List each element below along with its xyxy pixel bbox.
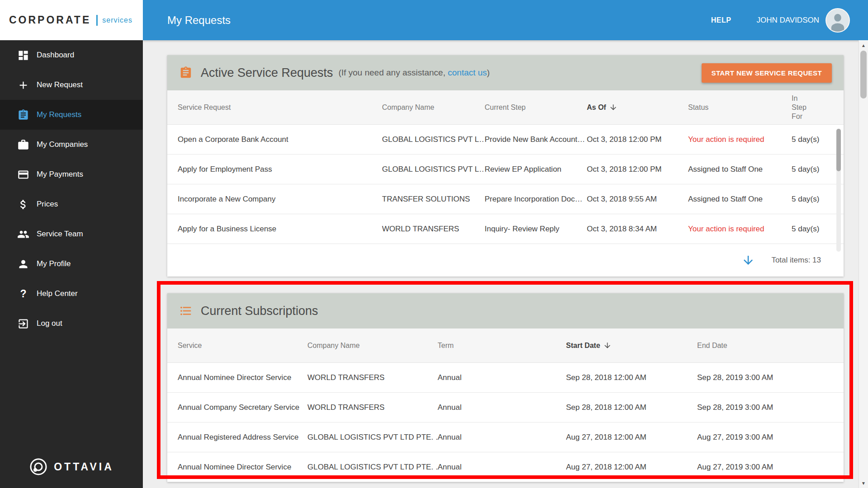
sidebar-item-label: My Requests: [37, 110, 81, 119]
sidebar-item-dashboard[interactable]: Dashboard: [0, 40, 143, 70]
sidebar-item-label: Dashboard: [37, 51, 74, 60]
request-row[interactable]: Open a Corporate Bank Account GLOBAL LOG…: [167, 125, 844, 155]
scrollbar-thumb[interactable]: [860, 51, 867, 99]
ottavia-logo-icon: [29, 457, 48, 476]
request-row[interactable]: Apply for Employment Pass GLOBAL LOGISTI…: [167, 155, 844, 184]
column-current-step[interactable]: Current Step: [485, 103, 587, 112]
question-mark-icon: ?: [17, 288, 29, 300]
cell-end-date: Sep 28, 2019 3:00 AM: [697, 373, 844, 382]
sidebar-item-my-profile[interactable]: My Profile: [0, 249, 143, 279]
column-status[interactable]: Status: [688, 103, 792, 112]
sidebar-item-label: My Profile: [37, 259, 71, 268]
cell-status: Assigned to Staff One: [688, 195, 792, 204]
person-icon: [17, 258, 29, 270]
column-end-date[interactable]: End Date: [697, 342, 844, 350]
cell-end-date: Sep 28, 2019 3:00 AM: [697, 403, 844, 412]
cell-in-step-for: 5 day(s): [792, 195, 844, 204]
cell-service: Annual Registered Address Service: [178, 433, 307, 442]
cell-term: Annual: [438, 433, 566, 442]
table-scrollbar: [836, 129, 841, 252]
column-start-date-label: Start Date: [566, 342, 600, 350]
start-new-service-request-button[interactable]: START NEW SERVICE REQUEST: [702, 63, 832, 83]
top-bar: My Requests HELP JOHN DAVIDSON: [143, 0, 868, 40]
card-title: Current Subscriptions: [201, 304, 318, 318]
column-term[interactable]: Term: [438, 342, 566, 350]
page-title: My Requests: [167, 14, 711, 27]
dollar-icon: [17, 198, 29, 211]
subscriptions-header: Current Subscriptions: [167, 293, 844, 328]
subscription-row[interactable]: Annual Registered Address Service GLOBAL…: [167, 422, 844, 452]
clipboard-icon: [179, 66, 193, 80]
people-icon: [17, 228, 29, 240]
cell-current-step: Review EP Application: [485, 165, 587, 174]
requests-table-header: Service Request Company Name Current Ste…: [167, 90, 844, 125]
cell-company-name: WORLD TRANSFERS: [382, 225, 485, 234]
sort-descending-icon[interactable]: [609, 103, 618, 112]
column-company-name[interactable]: Company Name: [382, 103, 485, 112]
cell-in-step-for: 5 day(s): [792, 225, 844, 234]
cell-company-name: GLOBAL LOGISTICS PVT LTD PTE. …: [307, 433, 438, 442]
cell-company-name: TRANSFER SOLUTIONS: [382, 195, 485, 204]
sidebar-item-prices[interactable]: Prices: [0, 189, 143, 219]
sidebar-item-new-request[interactable]: New Request: [0, 70, 143, 100]
cell-service-request: Apply for Employment Pass: [178, 165, 382, 174]
subscription-row[interactable]: Annual Company Secretary Service WORLD T…: [167, 393, 844, 422]
sidebar-item-label: Prices: [37, 200, 58, 209]
active-requests-header: Active Service Requests (If you need any…: [167, 55, 844, 90]
sidebar-item-help-center[interactable]: ? Help Center: [0, 279, 143, 309]
scrollbar-down-arrow[interactable]: ▼: [859, 478, 868, 488]
cell-term: Annual: [438, 403, 566, 412]
sidebar-item-my-requests[interactable]: My Requests: [0, 100, 143, 130]
cell-as-of: Oct 3, 2018 12:00 PM: [587, 165, 688, 174]
cell-service-request: Open a Corporate Bank Account: [178, 135, 382, 144]
assistance-note-suffix: ): [487, 68, 490, 77]
assistance-note-prefix: (If you need any assistance,: [339, 68, 448, 77]
sort-descending-icon[interactable]: [603, 341, 612, 350]
help-link[interactable]: HELP: [711, 16, 731, 24]
scroll-down-arrow-icon[interactable]: [741, 253, 755, 267]
column-service-request[interactable]: Service Request: [178, 103, 382, 112]
vertical-scrollbar[interactable]: ▲ ▼: [859, 40, 868, 488]
sidebar-item-log-out[interactable]: Log out: [0, 309, 143, 338]
app-window: CORPORATE services Dashboard New Request…: [0, 0, 868, 488]
user-avatar[interactable]: [826, 8, 850, 33]
sidebar-item-service-team[interactable]: Service Team: [0, 219, 143, 249]
requests-table-footer: Total items: 13: [167, 244, 844, 277]
subscription-row[interactable]: Annual Nominee Director Service WORLD TR…: [167, 363, 844, 393]
sidebar-item-label: Log out: [37, 319, 62, 328]
cell-current-step: Prepare Incorporation Doc…: [485, 195, 587, 204]
column-start-date[interactable]: Start Date: [566, 341, 697, 350]
cell-as-of: Oct 3, 2018 9:55 AM: [587, 195, 688, 204]
request-row[interactable]: Incorporate a New Company TRANSFER SOLUT…: [167, 184, 844, 214]
sidebar-item-my-payments[interactable]: My Payments: [0, 160, 143, 189]
subscription-row[interactable]: Annual Nominee Director Service GLOBAL L…: [167, 452, 844, 482]
cell-company-name: GLOBAL LOGISTICS PVT L…: [382, 135, 485, 144]
assistance-note: (If you need any assistance, contact us): [339, 68, 490, 78]
sidebar-item-label: My Payments: [37, 170, 83, 179]
scrollbar-up-arrow[interactable]: ▲: [859, 40, 868, 50]
briefcase-icon: [17, 139, 29, 151]
sidebar-item-my-companies[interactable]: My Companies: [0, 130, 143, 160]
column-service[interactable]: Service: [178, 342, 307, 350]
cell-in-step-for: 5 day(s): [792, 165, 844, 174]
request-row[interactable]: Apply for a Business License WORLD TRANS…: [167, 214, 844, 244]
main-content: Active Service Requests (If you need any…: [143, 40, 868, 488]
brand-logo[interactable]: CORPORATE services: [0, 0, 143, 40]
cell-status: Your action is required: [688, 135, 792, 144]
sidebar-nav: Dashboard New Request My Requests My Com…: [0, 40, 143, 338]
contact-us-link[interactable]: contact us: [448, 68, 487, 77]
cell-status: Your action is required: [688, 225, 792, 234]
cell-current-step: Inquiry- Review Reply: [485, 225, 587, 234]
cell-start-date: Sep 28, 2018 12:00 AM: [566, 373, 697, 382]
credit-card-icon: [17, 169, 29, 181]
cell-start-date: Aug 27, 2018 12:00 AM: [566, 433, 697, 442]
sidebar: CORPORATE services Dashboard New Request…: [0, 0, 143, 488]
avatar-photo: [826, 9, 849, 32]
column-in-step-for[interactable]: In Step For: [792, 94, 815, 121]
column-company-name[interactable]: Company Name: [307, 342, 438, 350]
ottavia-logo-text: OTTAVIA: [54, 461, 114, 473]
table-scrollbar-thumb[interactable]: [836, 129, 841, 171]
cell-as-of: Oct 3, 2018 8:34 AM: [587, 225, 688, 234]
user-name[interactable]: JOHN DAVIDSON: [756, 16, 819, 25]
column-as-of[interactable]: As Of: [587, 103, 688, 112]
